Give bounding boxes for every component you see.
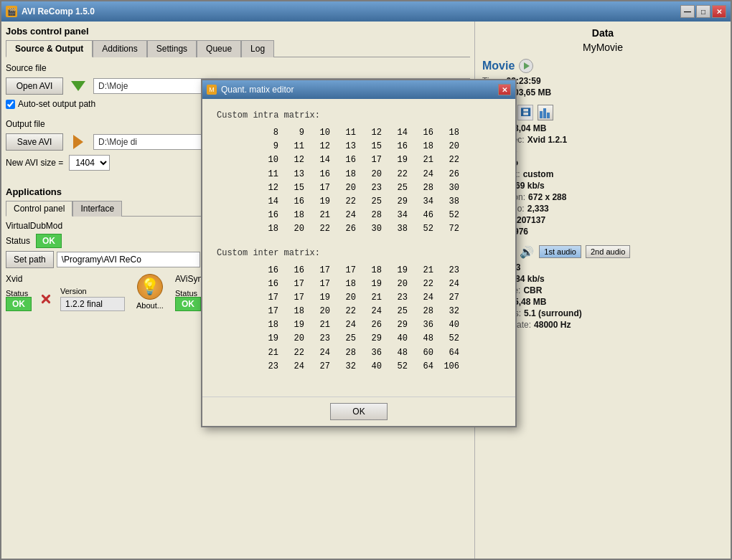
matrix-cell: 26	[333, 222, 359, 236]
matrix-cell: 24	[436, 277, 462, 291]
matrix-cell: 17	[307, 181, 333, 195]
close-button[interactable]: ✕	[712, 5, 726, 18]
app-tab-interface[interactable]: Interface	[72, 201, 122, 217]
audio-size-row: Size: 395,48 MB	[482, 297, 723, 307]
matrix-row: 23242732405264106	[217, 360, 501, 374]
matrix-cell: 48	[385, 346, 410, 360]
matrix-cell: 19	[385, 264, 410, 277]
movie-name: MyMovie	[482, 42, 723, 53]
movie-section: Movie Time: 02:23:59 Size: 1403,65 MB	[482, 59, 723, 98]
audio-section: Audio 🔊 1st audio 2nd audio Type: ac3 Bt…	[482, 244, 723, 330]
matrix-cell: 28	[333, 346, 359, 360]
maximize-button[interactable]: □	[696, 5, 710, 18]
tab-additions[interactable]: Additions	[93, 40, 146, 57]
tab-source-output[interactable]: Source & Output	[6, 40, 93, 57]
matrix-cell: 16	[333, 153, 359, 167]
audio-channels-row: Channels: 5.1 (surround)	[482, 308, 723, 318]
tab-queue[interactable]: Queue	[197, 40, 241, 57]
minimize-button[interactable]: —	[680, 5, 695, 18]
modal-close-button[interactable]: ✕	[498, 84, 511, 95]
matrix-cell: 16	[307, 168, 333, 181]
matrix-cell: 18	[410, 140, 436, 153]
app-tab-control-panel[interactable]: Control panel	[6, 201, 72, 217]
play-icon[interactable]	[519, 59, 533, 73]
auto-set-checkbox[interactable]	[6, 100, 15, 109]
video-fps-row: Fps: 23,976	[482, 227, 723, 237]
matrix-row: 1920232529404852	[217, 332, 501, 346]
matrix-cell: 9	[281, 126, 307, 140]
video-size-row: Size: 998,04 MB	[482, 123, 723, 133]
matrix-cell: 52	[436, 332, 462, 346]
audio-rate-mode-row: ate mode: CBR	[482, 285, 723, 295]
matrix-cell: 30	[436, 181, 462, 195]
matrix-row: 1820222630385272	[217, 222, 501, 236]
audio-icon: 🔊	[519, 244, 535, 260]
virtualdubmod-status-label: Status	[6, 236, 30, 246]
matrix-cell: 10	[255, 153, 281, 167]
matrix-cell: 26	[436, 168, 462, 181]
matrix-row: 1718202224252832	[217, 305, 501, 318]
matrix-cell: 24	[307, 346, 333, 360]
matrix-cell: 20	[307, 305, 333, 318]
matrix-cell: 13	[333, 140, 359, 153]
video-section: Video 🎞 Size: 998,04 MB G-4 codec:	[482, 105, 723, 237]
open-avi-button[interactable]: Open AVI	[6, 77, 63, 95]
matrix-cell: 23	[385, 291, 410, 305]
source-file-label: Source file	[6, 63, 470, 73]
matrix-cell: 20	[436, 140, 462, 153]
save-avi-button[interactable]: Save AVI	[6, 133, 63, 151]
matrix-row: 1717192021232427	[217, 291, 501, 305]
audio-btrate-row: Btrate: 384 kb/s	[482, 274, 723, 284]
matrix-cell: 26	[359, 318, 385, 332]
avi-size-dropdown[interactable]: 1404 700 1400	[69, 155, 110, 171]
matrix-cell: 38	[385, 222, 410, 236]
tab-log[interactable]: Log	[241, 40, 274, 57]
matrix-cell: 16	[281, 264, 307, 277]
tab-settings[interactable]: Settings	[147, 40, 197, 57]
matrix-cell: 18	[333, 277, 359, 291]
matrix-cell: 21	[307, 318, 333, 332]
matrix-cell: 36	[410, 318, 436, 332]
matrix-cell: 18	[255, 318, 281, 332]
matrix-row: 1617171819202224	[217, 277, 501, 291]
matrix-cell: 16	[410, 126, 436, 140]
video-aspect-row: spect ratio: 2,333	[482, 204, 723, 214]
matrix-cell: 10	[307, 126, 333, 140]
matrix-cell: 21	[410, 264, 436, 277]
matrix-row: 1819212426293640	[217, 318, 501, 332]
matrix-cell: 52	[436, 209, 462, 222]
set-path-button[interactable]: Set path	[6, 251, 54, 268]
audio-2nd-button[interactable]: 2nd audio	[586, 245, 630, 258]
matrix-cell: 18	[436, 126, 462, 140]
matrix-cell: 17	[255, 291, 281, 305]
matrix-cell: 15	[281, 181, 307, 195]
matrix-cell: 46	[410, 209, 436, 222]
audio-1st-button[interactable]: 1st audio	[539, 245, 581, 258]
matrix-cell: 12	[255, 181, 281, 195]
matrix-cell: 14	[385, 126, 410, 140]
matrix-cell: 22	[333, 195, 359, 209]
matrix-cell: 17	[255, 305, 281, 318]
chart-icon[interactable]	[538, 105, 553, 120]
matrix-cell: 40	[385, 332, 410, 346]
matrix-cell: 19	[307, 195, 333, 209]
modal-ok-button[interactable]: OK	[330, 403, 387, 420]
matrix-row: 2122242836486064	[217, 346, 501, 360]
matrix-cell: 29	[359, 332, 385, 346]
xvid-status-value: OK	[6, 297, 32, 311]
video-qpel-row: QPel: no	[482, 146, 723, 156]
about-label: About...	[136, 301, 164, 310]
matrix-cell: 21	[359, 291, 385, 305]
xvid-status-col: Status OK	[6, 289, 32, 309]
matrix-cell: 32	[436, 305, 462, 318]
matrix-cell: 52	[410, 222, 436, 236]
matrix-cell: 13	[281, 168, 307, 181]
about-button[interactable]: 💡 About...	[136, 274, 164, 310]
matrix-cell: 20	[281, 222, 307, 236]
video-gmc-row: GMC: no	[482, 158, 723, 168]
matrix-cell: 28	[410, 305, 436, 318]
modal-title: Quant. matix editor	[221, 85, 294, 95]
matrix-row: 89101112141618	[217, 126, 501, 140]
matrix-cell: 29	[385, 195, 410, 209]
matrix-cell: 28	[410, 181, 436, 195]
